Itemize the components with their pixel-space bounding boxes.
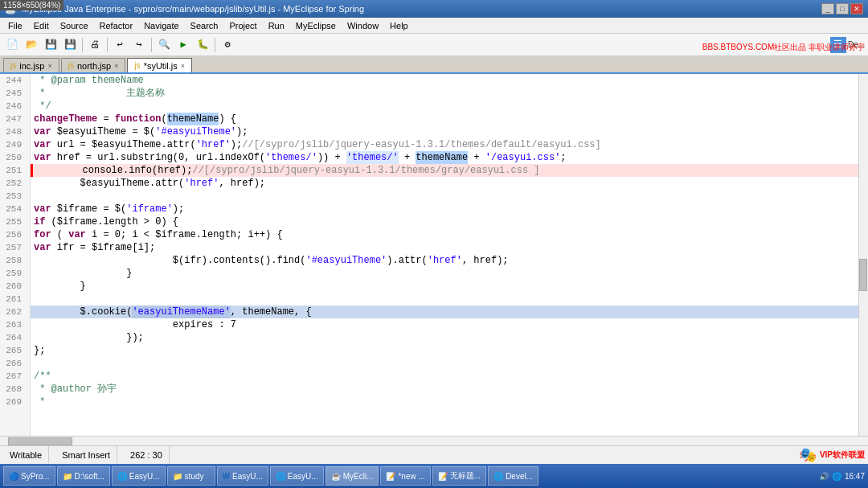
code-line-251: console.info(href);//[/sypro/jslib/jquer… [31, 164, 858, 177]
search-btn[interactable]: 🔍 [155, 36, 173, 54]
vertical-scrollbar[interactable] [858, 74, 868, 436]
toolbar-sep-2 [107, 38, 108, 52]
code-line-249: var url = $easyuiTheme.attr('href');//[/… [31, 138, 858, 151]
code-line-252: $easyuiTheme.attr('href', href); [31, 177, 858, 190]
menu-bar: File Edit Source Refactor Navigate Searc… [0, 18, 868, 34]
tab-syutil-close[interactable]: × [181, 62, 185, 70]
redo-button[interactable]: ↪ [130, 36, 148, 54]
debug-button[interactable]: 🐛 [194, 36, 211, 54]
code-line-259: } [31, 267, 858, 280]
menu-project[interactable]: Project [224, 20, 261, 31]
horizontal-scrollbar[interactable] [0, 436, 868, 445]
code-line-247: changeTheme = function(themeName) { [31, 113, 858, 125]
tab-inc-close[interactable]: × [47, 62, 51, 70]
menu-myeclipse[interactable]: MyEclipse [291, 20, 341, 31]
taskbar-dsoft[interactable]: 📁D:\soft... [57, 466, 110, 486]
taskbar-word-easyu[interactable]: WEasyU... [217, 466, 268, 486]
status-bar: Writable Smart Insert 262 : 30 🎭 VIP软件联盟 [0, 445, 868, 463]
taskbar-sypro[interactable]: 🔵SyPro... [3, 466, 55, 486]
tab-north-close[interactable]: × [114, 62, 118, 70]
menu-run[interactable]: Run [264, 20, 289, 31]
code-editor[interactable]: * @param themeName * 主题名称 */changeTheme … [31, 74, 858, 436]
hscroll-thumb[interactable] [8, 437, 72, 445]
code-line-248: var $easyuiTheme = $('#easyuiTheme'); [31, 125, 858, 138]
code-line-255: if ($iframe.length > 0) { [31, 215, 858, 228]
tab-syutil-label: *syUtil.js [144, 61, 178, 71]
save-button[interactable]: 💾 [42, 36, 59, 54]
tab-inc-label: inc.jsp [19, 61, 44, 71]
save-all-button[interactable]: 💾 [61, 36, 79, 54]
run-button[interactable]: ▶ [174, 36, 192, 54]
code-line-250: var href = url.substring(0, url.indexOf(… [31, 151, 858, 164]
toolbar-sep-4 [215, 38, 215, 52]
menu-refactor[interactable]: Refactor [95, 20, 138, 31]
tabs-bar: js inc.jsp × js north.jsp × js *syUtil.j… [0, 56, 868, 74]
title-bar: ☕ MyEclipse Java Enterprise - sypro/src/… [0, 0, 868, 18]
settings-btn[interactable]: ⚙ [219, 36, 236, 54]
menu-source[interactable]: Source [55, 20, 93, 31]
taskbar-right: 🔊 🌐 16:47 [819, 472, 865, 481]
code-line-263: expires : 7 [31, 318, 858, 331]
code-line-266 [31, 357, 858, 370]
code-line-260: } [31, 280, 858, 293]
maximize-button[interactable]: □ [836, 3, 849, 14]
taskbar-time: 16:47 [845, 472, 865, 481]
scrollbar-thumb[interactable] [859, 259, 867, 291]
taskbar: 🔵SyPro... 📁D:\soft... 🌐EasyU... 📁study W… [0, 464, 868, 488]
code-line-254: var $iframe = $('iframe'); [31, 203, 858, 215]
toolbar-sep-1 [82, 38, 83, 52]
code-line-261 [31, 293, 858, 306]
taskbar-myeclipse[interactable]: ☕MyEcli... [326, 466, 379, 486]
menu-edit[interactable]: Edit [29, 20, 54, 31]
status-writable: Writable [3, 446, 49, 463]
resolution-badge: 1158×650(84%) [0, 0, 63, 10]
menu-navigate[interactable]: Navigate [139, 20, 183, 31]
tab-inc-icon: js [10, 61, 16, 70]
tab-north-icon: js [68, 61, 74, 70]
tab-syutil[interactable]: js *syUtil.js × [127, 58, 192, 72]
tab-north[interactable]: js north.jsp × [61, 58, 126, 72]
line-numbers: 2442452462472482492502512522532542552562… [0, 74, 31, 436]
tab-inc[interactable]: js inc.jsp × [3, 58, 59, 72]
code-line-257: var ifr = $iframe[i]; [31, 241, 858, 254]
code-line-256: for ( var i = 0; i < $iframe.length; i++… [31, 228, 858, 241]
status-icons: 🎭 VIP软件联盟 [799, 446, 865, 464]
tab-north-label: north.jsp [77, 61, 111, 71]
tab-syutil-icon: js [134, 61, 140, 70]
code-line-264: }); [31, 331, 858, 344]
status-insert-mode: Smart Insert [55, 446, 117, 463]
taskbar-easyu2[interactable]: 🌐EasyU... [270, 466, 324, 486]
menu-window[interactable]: Window [342, 20, 383, 31]
open-button[interactable]: 📂 [23, 36, 40, 54]
taskbar-easyu1[interactable]: 🌐EasyU... [112, 466, 166, 486]
close-button[interactable]: ✕ [850, 3, 863, 14]
code-line-244: * @param themeName [31, 74, 858, 87]
new-button[interactable]: 📄 [3, 36, 21, 54]
undo-button[interactable]: ↩ [111, 36, 129, 54]
editor-area: 2442452462472482492502512522532542552562… [0, 74, 868, 436]
taskbar-new[interactable]: 📝*new ... [380, 466, 430, 486]
code-line-245: * 主题名称 [31, 87, 858, 100]
print-button[interactable]: 🖨 [86, 36, 104, 54]
code-line-262: $.cookie('easyuiThemeName', themeName, { [31, 306, 858, 318]
watermark-top: BBS.BTBOYS.COM社区出品 非职业讲师孙宇 [702, 42, 865, 53]
code-line-267: /** [31, 370, 858, 383]
title-text: MyEclipse Java Enterprise - sypro/src/ma… [22, 4, 364, 14]
code-line-258: $(ifr).contents().find('#easyuiTheme').a… [31, 254, 858, 267]
taskbar-devel[interactable]: 🌐Devel... [488, 466, 538, 486]
menu-help[interactable]: Help [385, 20, 413, 31]
taskbar-untitled[interactable]: 📝无标题... [432, 466, 486, 486]
code-line-265: }; [31, 344, 858, 357]
code-line-269: * [31, 396, 858, 408]
toolbar-sep-3 [151, 38, 152, 52]
taskbar-study[interactable]: 📁study [167, 466, 215, 486]
code-line-246: */ [31, 100, 858, 113]
minimize-button[interactable]: _ [821, 3, 834, 14]
code-line-268: * @author 孙宇 [31, 383, 858, 396]
status-position: 262 : 30 [124, 446, 170, 463]
menu-search[interactable]: Search [186, 20, 223, 31]
menu-file[interactable]: File [3, 20, 27, 31]
code-line-253 [31, 190, 858, 203]
